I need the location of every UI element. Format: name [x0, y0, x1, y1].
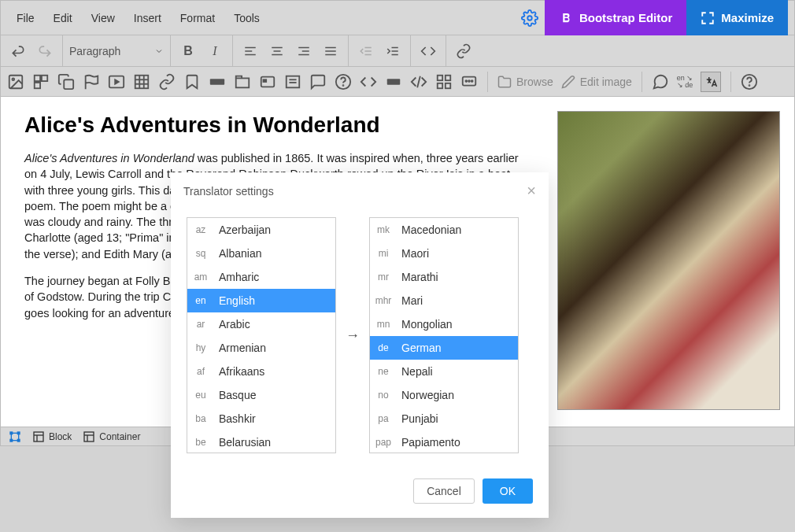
widget-icon[interactable] — [385, 73, 402, 91]
lang-option-eu[interactable]: euBasque — [187, 383, 335, 407]
source-code-button[interactable] — [417, 40, 439, 62]
menu-format[interactable]: Format — [171, 7, 224, 29]
undo-button[interactable] — [7, 40, 29, 62]
play-icon[interactable] — [108, 73, 125, 91]
lang-option-hy[interactable]: hyArmenian — [187, 336, 335, 360]
svg-point-0 — [527, 16, 532, 20]
svg-point-46 — [465, 80, 467, 82]
lang-option-mr[interactable]: mrMarathi — [370, 265, 518, 289]
lang-option-az[interactable]: azAzerbaijan — [187, 218, 335, 242]
svg-rect-23 — [35, 82, 40, 87]
message-icon[interactable] — [460, 73, 478, 91]
svg-point-20 — [12, 78, 14, 80]
align-right-button[interactable] — [293, 40, 315, 62]
menu-insert[interactable]: Insert — [124, 7, 171, 29]
svg-point-48 — [471, 80, 473, 82]
translate-icon — [704, 75, 718, 89]
status-container[interactable]: Container — [83, 430, 140, 443]
embed-icon[interactable] — [360, 73, 377, 91]
content-image[interactable] — [557, 111, 780, 410]
modal-title: Translator settings — [183, 185, 274, 198]
lang-indicator: en ↘ ↘ de — [677, 75, 693, 89]
lang-option-mn[interactable]: mnMongolian — [370, 312, 518, 336]
svg-rect-32 — [236, 78, 250, 87]
badge-icon[interactable] — [259, 73, 276, 91]
lang-option-af[interactable]: afAfrikaans — [187, 360, 335, 383]
bookmark-icon[interactable] — [183, 73, 201, 91]
comment-icon[interactable] — [309, 73, 327, 91]
lang-option-en[interactable]: enEnglish — [187, 289, 335, 312]
menu-file[interactable]: File — [7, 7, 44, 29]
lang-option-mi[interactable]: miMaori — [370, 242, 518, 265]
lang-option-pa[interactable]: paPunjabi — [370, 407, 518, 430]
svg-rect-40 — [387, 79, 401, 84]
gear-icon[interactable] — [521, 9, 538, 27]
table-icon[interactable] — [133, 73, 150, 91]
indent-button[interactable] — [382, 40, 404, 62]
arrow-icon: → — [346, 327, 360, 344]
lang-option-pap[interactable]: papPapiamento — [370, 430, 518, 453]
lang-option-no[interactable]: noNorwegian — [370, 383, 518, 407]
translator-toggle[interactable] — [701, 72, 721, 92]
toolbar-secondary: Browse Edit image en ↘ ↘ de — [0, 67, 795, 97]
target-language-list[interactable]: mkMacedonianmiMaorimrMarathimhrMarimnMon… — [369, 217, 519, 453]
menu-edit[interactable]: Edit — [44, 7, 82, 29]
chat-icon[interactable] — [652, 73, 669, 91]
lang-option-be[interactable]: beBelarusian — [187, 430, 335, 453]
image-icon[interactable] — [7, 73, 24, 91]
status-block[interactable]: Block — [32, 430, 72, 443]
bootstrap-editor-button[interactable]: Bootstrap Editor — [545, 0, 686, 35]
lang-option-ba[interactable]: baBashkir — [187, 407, 335, 430]
translator-modal: Translator settings × azAzerbaijansqAlba… — [171, 172, 549, 518]
menu-tools[interactable]: Tools — [224, 7, 269, 29]
svg-rect-31 — [210, 79, 224, 84]
svg-rect-34 — [264, 79, 267, 82]
cancel-button[interactable]: Cancel — [413, 478, 475, 504]
flag-icon[interactable] — [83, 73, 100, 91]
block-format-select[interactable]: Paragraph — [69, 45, 164, 57]
edit-image-button[interactable]: Edit image — [561, 75, 632, 89]
gallery-icon[interactable] — [32, 73, 50, 91]
lang-option-ne[interactable]: neNepali — [370, 360, 518, 383]
grid-icon[interactable] — [435, 73, 453, 91]
link-button[interactable] — [453, 40, 475, 62]
menu-view[interactable]: View — [82, 7, 124, 29]
container-icon — [83, 430, 95, 443]
lang-option-mhr[interactable]: mhrMari — [370, 289, 518, 312]
bold-button[interactable]: B — [177, 40, 199, 62]
svg-rect-43 — [438, 83, 442, 87]
ok-button[interactable]: OK — [483, 478, 533, 504]
align-left-button[interactable] — [239, 40, 261, 62]
modal-close-button[interactable]: × — [527, 182, 536, 200]
italic-button[interactable]: I — [204, 40, 226, 62]
selection-icon[interactable] — [9, 430, 21, 443]
lang-option-am[interactable]: amAmharic — [187, 265, 335, 289]
lang-option-sq[interactable]: sqAlbanian — [187, 242, 335, 265]
edit-icon — [561, 75, 575, 89]
maximize-button[interactable]: Maximize — [686, 0, 788, 35]
svg-rect-54 — [10, 439, 13, 441]
chain-icon[interactable] — [158, 73, 176, 91]
maximize-label: Maximize — [721, 11, 774, 24]
help-icon[interactable] — [335, 73, 352, 91]
lang-option-de[interactable]: deGerman — [370, 336, 518, 360]
about-icon[interactable] — [741, 73, 758, 91]
svg-rect-55 — [17, 439, 20, 441]
svg-rect-24 — [64, 79, 73, 89]
duplicate-icon[interactable] — [57, 73, 75, 91]
tabs-icon[interactable] — [234, 73, 251, 91]
align-justify-button[interactable] — [320, 40, 342, 62]
browse-button[interactable]: Browse — [497, 75, 553, 89]
list-icon[interactable] — [284, 73, 301, 91]
outdent-button[interactable] — [355, 40, 377, 62]
source-language-list[interactable]: azAzerbaijansqAlbanianamAmharicenEnglish… — [187, 217, 336, 453]
svg-rect-41 — [438, 75, 442, 79]
lang-option-mk[interactable]: mkMacedonian — [370, 218, 518, 242]
menubar: File Edit View Insert Format Tools Boots… — [0, 0, 795, 35]
redo-button[interactable] — [34, 40, 56, 62]
lang-option-ar[interactable]: arArabic — [187, 312, 335, 336]
svg-rect-56 — [34, 432, 43, 441]
align-center-button[interactable] — [266, 40, 288, 62]
html-icon[interactable] — [410, 73, 427, 91]
button-icon[interactable] — [209, 73, 226, 91]
